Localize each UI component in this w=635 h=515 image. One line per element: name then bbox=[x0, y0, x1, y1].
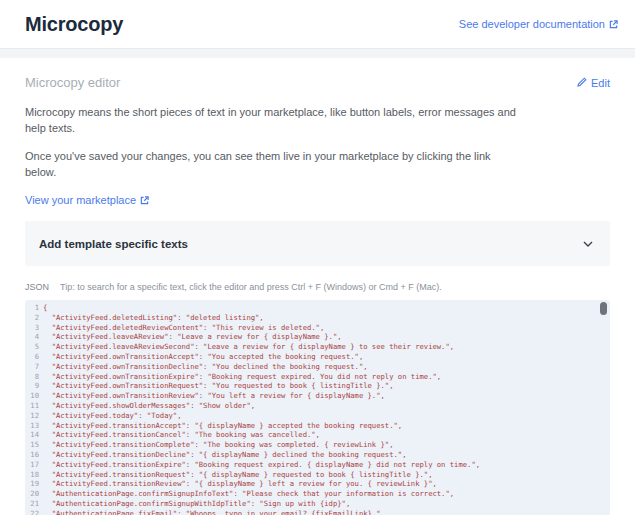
search-tip-text: Tip: to search for a specific text, clic… bbox=[60, 282, 442, 292]
line-number: 4 bbox=[27, 332, 39, 342]
line-code: "ActivityFeed.transitionExpire": "Bookin… bbox=[43, 460, 602, 470]
code-line: 11 "ActivityFeed.showOlderMessages": "Sh… bbox=[27, 401, 602, 411]
line-number: 2 bbox=[27, 313, 39, 323]
code-line: 15 "ActivityFeed.transitionComplete": "T… bbox=[27, 440, 602, 450]
line-code: "ActivityFeed.deletedListing": "deleted … bbox=[43, 313, 602, 323]
line-number: 1 bbox=[27, 303, 39, 313]
edit-button-label: Edit bbox=[591, 77, 610, 89]
editor-panel-title: Microcopy editor bbox=[25, 75, 120, 90]
line-code: "ActivityFeed.ownTransitionExpire": "Boo… bbox=[43, 372, 602, 382]
line-code: "ActivityFeed.ownTransitionReview": "You… bbox=[43, 391, 602, 401]
line-code: "ActivityFeed.today": "Today", bbox=[43, 411, 602, 421]
line-code: "ActivityFeed.deletedReviewContent": "Th… bbox=[43, 323, 602, 333]
description-paragraph-1: Microcopy means the short pieces of text… bbox=[25, 104, 517, 136]
line-number: 7 bbox=[27, 362, 39, 372]
line-number: 18 bbox=[27, 470, 39, 480]
description-paragraph-2: Once you've saved your changes, you can … bbox=[25, 148, 517, 180]
line-code: { bbox=[43, 303, 602, 313]
line-number: 3 bbox=[27, 323, 39, 333]
code-line: 5 "ActivityFeed.leaveAReviewSecond": "Le… bbox=[27, 342, 602, 352]
line-number: 14 bbox=[27, 430, 39, 440]
line-code: "ActivityFeed.showOlderMessages": "Show … bbox=[43, 401, 602, 411]
add-template-texts-toggle[interactable]: Add template specific texts bbox=[25, 221, 610, 266]
code-line: 10 "ActivityFeed.ownTransitionReview": "… bbox=[27, 391, 602, 401]
line-code: "ActivityFeed.transitionRequest": "{ dis… bbox=[43, 470, 602, 480]
line-code: "ActivityFeed.ownTransitionDecline": "Yo… bbox=[43, 362, 602, 372]
code-line: 7 "ActivityFeed.ownTransitionDecline": "… bbox=[27, 362, 602, 372]
line-code: "ActivityFeed.transitionReview": "{ disp… bbox=[43, 479, 602, 489]
json-editor-textarea[interactable]: 1 { 2 "ActivityFeed.deletedListing": "de… bbox=[25, 300, 610, 515]
line-number: 22 bbox=[27, 509, 39, 515]
code-line: 3 "ActivityFeed.deletedReviewContent": "… bbox=[27, 323, 602, 333]
line-code: "ActivityFeed.ownTransitionRequest": "Yo… bbox=[43, 381, 602, 391]
line-code: "ActivityFeed.leaveAReviewSecond": "Leav… bbox=[43, 342, 602, 352]
line-code: "ActivityFeed.transitionAccept": "{ disp… bbox=[43, 421, 602, 431]
code-line: 6 "ActivityFeed.ownTransitionAccept": "Y… bbox=[27, 352, 602, 362]
code-line: 12 "ActivityFeed.today": "Today", bbox=[27, 411, 602, 421]
chevron-down-icon bbox=[583, 241, 593, 247]
header-divider bbox=[0, 48, 635, 58]
page-title: Microcopy bbox=[25, 13, 123, 36]
code-line: 16 "ActivityFeed.transitionDecline": "{ … bbox=[27, 450, 602, 460]
line-number: 10 bbox=[27, 391, 39, 401]
code-line: 1 { bbox=[27, 303, 602, 313]
line-number: 15 bbox=[27, 440, 39, 450]
editor-scrollbar-thumb[interactable] bbox=[600, 302, 607, 315]
line-number: 21 bbox=[27, 499, 39, 509]
line-code: "ActivityFeed.transitionCancel": "The bo… bbox=[43, 430, 602, 440]
line-code: "AuthenticationPage.fixEmail": "Whoops, … bbox=[43, 509, 602, 515]
line-number: 17 bbox=[27, 460, 39, 470]
line-number: 19 bbox=[27, 479, 39, 489]
line-number: 13 bbox=[27, 421, 39, 431]
line-code: "ActivityFeed.transitionComplete": "The … bbox=[43, 440, 602, 450]
line-number: 12 bbox=[27, 411, 39, 421]
external-link-icon bbox=[609, 20, 618, 29]
code-line: 2 "ActivityFeed.deletedListing": "delete… bbox=[27, 313, 602, 323]
view-marketplace-link[interactable]: View your marketplace bbox=[25, 194, 149, 206]
line-code: "ActivityFeed.transitionDecline": "{ dis… bbox=[43, 450, 602, 460]
line-code: "AuthenticationPage.confirmSignupInfoTex… bbox=[43, 489, 602, 499]
line-code: "AuthenticationPage.confirmSignupWithIdp… bbox=[43, 499, 602, 509]
line-number: 8 bbox=[27, 372, 39, 382]
code-line: 18 "ActivityFeed.transitionRequest": "{ … bbox=[27, 470, 602, 480]
main-content: Microcopy editor Edit Microcopy means th… bbox=[0, 75, 635, 515]
pencil-icon bbox=[577, 77, 587, 89]
external-link-icon bbox=[140, 196, 149, 205]
json-tip-row: JSON Tip: to search for a specific text,… bbox=[25, 282, 610, 292]
page-header: Microcopy See developer documentation bbox=[0, 0, 635, 48]
line-code: "ActivityFeed.ownTransitionAccept": "You… bbox=[43, 352, 602, 362]
code-line: 20 "AuthenticationPage.confirmSignupInfo… bbox=[27, 489, 602, 499]
code-lines: 1 { 2 "ActivityFeed.deletedListing": "de… bbox=[27, 303, 602, 515]
developer-documentation-link-label: See developer documentation bbox=[459, 18, 605, 30]
view-marketplace-link-label: View your marketplace bbox=[25, 194, 136, 206]
line-number: 5 bbox=[27, 342, 39, 352]
code-line: 21 "AuthenticationPage.confirmSignupWith… bbox=[27, 499, 602, 509]
add-template-texts-title: Add template specific texts bbox=[39, 238, 188, 250]
code-line: 13 "ActivityFeed.transitionAccept": "{ d… bbox=[27, 421, 602, 431]
code-line: 8 "ActivityFeed.ownTransitionExpire": "B… bbox=[27, 372, 602, 382]
developer-documentation-link[interactable]: See developer documentation bbox=[459, 18, 618, 30]
code-line: 9 "ActivityFeed.ownTransitionRequest": "… bbox=[27, 381, 602, 391]
code-line: 22 "AuthenticationPage.fixEmail": "Whoop… bbox=[27, 509, 602, 515]
line-code: "ActivityFeed.leaveAReview": "Leave a re… bbox=[43, 332, 602, 342]
editor-panel-header: Microcopy editor Edit bbox=[25, 75, 610, 90]
line-number: 11 bbox=[27, 401, 39, 411]
code-line: 17 "ActivityFeed.transitionExpire": "Boo… bbox=[27, 460, 602, 470]
line-number: 16 bbox=[27, 450, 39, 460]
format-label: JSON bbox=[25, 282, 49, 292]
code-line: 19 "ActivityFeed.transitionReview": "{ d… bbox=[27, 479, 602, 489]
line-number: 20 bbox=[27, 489, 39, 499]
edit-button[interactable]: Edit bbox=[577, 77, 610, 89]
code-line: 14 "ActivityFeed.transitionCancel": "The… bbox=[27, 430, 602, 440]
code-line: 4 "ActivityFeed.leaveAReview": "Leave a … bbox=[27, 332, 602, 342]
line-number: 6 bbox=[27, 352, 39, 362]
line-number: 9 bbox=[27, 381, 39, 391]
